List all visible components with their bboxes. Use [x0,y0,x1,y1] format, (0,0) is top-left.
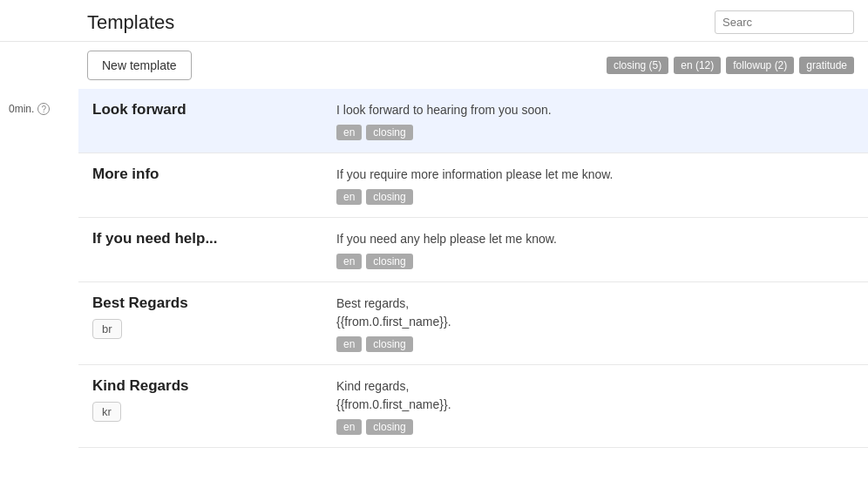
template-name-cell: Best Regardsbr [92,295,336,339]
tag-en[interactable]: en [336,419,362,435]
filter-tag-3[interactable]: gratitude [799,57,854,74]
info-icon[interactable]: ? [37,103,50,115]
filter-tags: closing (5)en (12)followup (2)gratitude [607,57,854,74]
template-name: Kind Regards [92,377,336,395]
template-name-cell: If you need help... [92,230,336,247]
toolbar: New template closing (5)en (12)followup … [0,42,868,89]
search-input[interactable] [715,10,854,34]
template-name-cell: More info [92,166,336,183]
tag-closing[interactable]: closing [366,125,412,140]
template-body-cell: Best regards,{{from.0.first_name}}.enclo… [336,295,854,352]
tag-closing[interactable]: closing [366,254,412,269]
tag-en[interactable]: en [336,336,362,352]
template-tags: enclosing [336,254,854,269]
template-preview: Kind regards,{{from.0.first_name}}. [336,377,854,414]
sidebar-info: 0min. ? [9,103,70,115]
list-item[interactable]: Best RegardsbrBest regards,{{from.0.firs… [78,282,868,365]
left-sidebar: 0min. ? [0,89,78,129]
template-name: If you need help... [92,230,336,247]
template-name: More info [92,166,336,183]
list-item[interactable]: Kind RegardskrKind regards,{{from.0.firs… [78,365,868,448]
template-tags: enclosing [336,419,854,435]
template-tags: enclosing [336,336,854,352]
main-content: 0min. ? Look forwardI look forward to he… [0,89,868,488]
templates-list: Look forwardI look forward to hearing fr… [78,89,868,448]
template-name-cell: Look forward [92,101,336,119]
tag-closing[interactable]: closing [366,336,412,352]
template-body-cell: If you need any help please let me know.… [336,230,854,269]
template-name: Look forward [92,101,336,119]
tag-closing[interactable]: closing [366,419,412,435]
template-preview: If you need any help please let me know. [336,230,854,248]
filter-tag-2[interactable]: followup (2) [726,57,794,74]
template-tags: enclosing [336,125,854,140]
template-tags: enclosing [336,189,854,205]
template-body-cell: If you require more information please l… [336,166,854,205]
page-container: 0min. ? Look forwardI look forward to he… [0,89,868,448]
sidebar-label: 0min. [9,103,34,115]
filter-tag-1[interactable]: en (12) [674,57,721,74]
list-item[interactable]: Look forwardI look forward to hearing fr… [78,89,868,153]
template-name: Best Regards [92,295,336,312]
tag-en[interactable]: en [336,125,362,140]
shortcut-badge: br [92,319,122,339]
template-preview: Best regards,{{from.0.first_name}}. [336,295,854,331]
template-body-cell: I look forward to hearing from you soon.… [336,101,854,140]
filter-tag-0[interactable]: closing (5) [607,57,668,74]
header: Templates [0,0,868,42]
new-template-button[interactable]: New template [87,51,192,80]
list-item[interactable]: If you need help...If you need any help … [78,218,868,282]
tag-en[interactable]: en [336,254,362,269]
shortcut-badge: kr [92,402,121,422]
tag-en[interactable]: en [336,189,362,205]
template-name-cell: Kind Regardskr [92,377,336,422]
template-preview: If you require more information please l… [336,166,854,184]
template-preview: I look forward to hearing from you soon. [336,101,854,119]
tag-closing[interactable]: closing [366,189,412,205]
list-item[interactable]: More infoIf you require more information… [78,153,868,218]
page-title: Templates [87,11,174,34]
template-body-cell: Kind regards,{{from.0.first_name}}.enclo… [336,377,854,435]
